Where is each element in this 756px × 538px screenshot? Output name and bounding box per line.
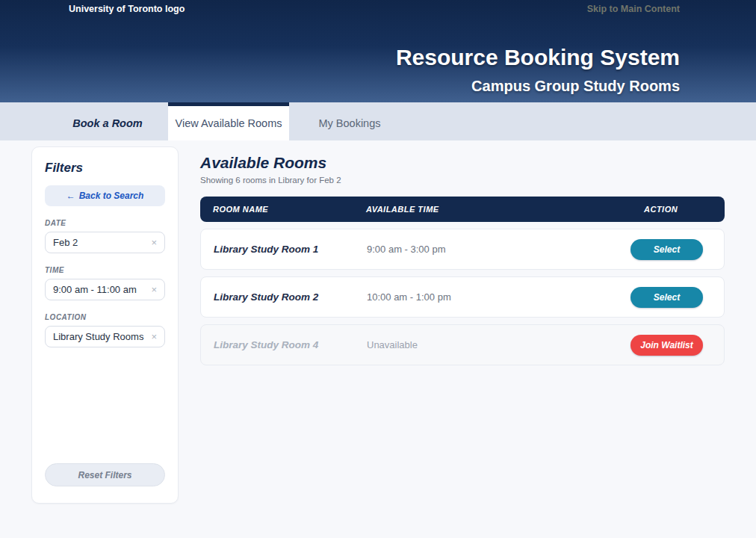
time-filter-input[interactable]: 9:00 am - 11:00 am ×: [45, 279, 165, 300]
filters-panel: Filters ← Back to Search DATE Feb 2 × TI…: [31, 146, 179, 504]
app-subtitle: Campus Group Study Rooms: [471, 78, 680, 95]
room-available-time: 10:00 am - 1:00 pm: [367, 291, 630, 303]
table-header: ROOM NAME AVAILABLE TIME ACTION: [200, 197, 725, 222]
location-filter-label: LOCATION: [45, 313, 165, 321]
reset-filters-button[interactable]: Reset Filters: [45, 463, 165, 486]
date-filter-label: DATE: [45, 219, 165, 227]
date-filter-value: Feb 2: [53, 237, 151, 248]
back-to-search-button[interactable]: ← Back to Search: [45, 185, 165, 206]
location-filter-value: Library Study Rooms: [53, 331, 151, 342]
room-name: Library Study Room 1: [214, 244, 367, 255]
skip-to-main-link[interactable]: Skip to Main Content: [587, 4, 680, 14]
select-button[interactable]: Select: [630, 239, 703, 260]
tab-my-bookings[interactable]: My Bookings: [289, 102, 410, 140]
tab-bar: Book a Room View Available Rooms My Book…: [0, 102, 756, 140]
time-filter-value: 9:00 am - 11:00 am: [53, 284, 151, 295]
clear-icon[interactable]: ×: [151, 285, 157, 294]
select-button[interactable]: Select: [630, 287, 703, 308]
room-available-time: 9:00 am - 3:00 pm: [367, 244, 630, 255]
location-filter-input[interactable]: Library Study Rooms ×: [45, 326, 165, 347]
clear-icon[interactable]: ×: [151, 238, 157, 247]
room-name: Library Study Room 4: [214, 339, 367, 350]
table-row: Library Study Room 1 9:00 am - 3:00 pm S…: [200, 229, 725, 270]
column-action: ACTION: [630, 205, 725, 214]
main-content: Available Rooms Showing 6 rooms in Libra…: [200, 154, 725, 365]
page-title: Available Rooms: [200, 154, 725, 172]
table-row: Library Study Room 2 10:00 am - 1:00 pm …: [200, 276, 725, 318]
university-logo: University of Toronto logo: [69, 4, 185, 14]
back-to-search-label: Back to Search: [79, 191, 144, 201]
room-available-time: Unavailable: [367, 339, 630, 350]
clear-icon[interactable]: ×: [151, 332, 157, 341]
room-name: Library Study Room 2: [214, 291, 367, 303]
arrow-left-icon: ←: [66, 191, 75, 201]
column-room-name: ROOM NAME: [213, 205, 366, 214]
date-filter-input[interactable]: Feb 2 ×: [45, 232, 165, 253]
app-title: Resource Booking System: [396, 45, 680, 70]
column-available-time: AVAILABLE TIME: [366, 205, 630, 214]
app-header: University of Toronto logo Skip to Main …: [0, 0, 756, 102]
filters-title: Filters: [45, 161, 165, 176]
results-summary: Showing 6 rooms in Library for Feb 2: [200, 176, 725, 185]
tab-view-available-rooms[interactable]: View Available Rooms: [168, 102, 289, 140]
time-filter-label: TIME: [45, 266, 165, 274]
tab-book-a-room[interactable]: Book a Room: [47, 102, 168, 140]
join-waitlist-button[interactable]: Join Waitlist: [630, 335, 703, 356]
table-row: Library Study Room 4 Unavailable Join Wa…: [200, 324, 725, 365]
